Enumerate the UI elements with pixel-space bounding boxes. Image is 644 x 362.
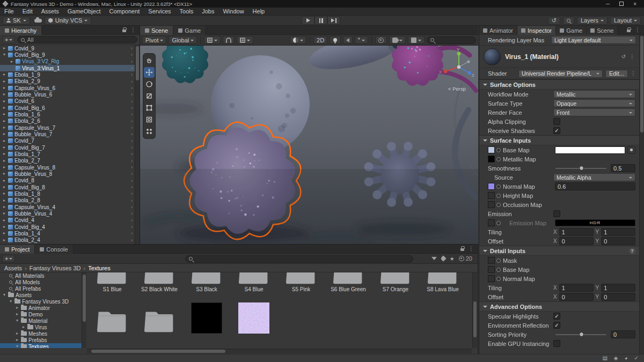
tree-item-prefabs[interactable]: ▸Prefabs [0, 337, 82, 343]
expand-caret[interactable]: ▸ [2, 112, 6, 116]
prefab-open-chevron[interactable]: › [131, 65, 133, 71]
menu-item-window[interactable]: Window [218, 8, 248, 16]
asset-s7-orange[interactable]: S7 Orange [378, 272, 413, 293]
tab-scene[interactable]: Scene [140, 26, 173, 35]
asset-s5-pink[interactable]: S5 Pink [283, 272, 319, 293]
asset-s1-blue[interactable]: S1 Blue [94, 272, 130, 293]
persp-label[interactable]: < Persp [448, 86, 466, 92]
axis-y-label[interactable]: Y [457, 47, 460, 52]
menu-item-help[interactable]: Help [248, 8, 269, 16]
color-picker-icon[interactable] [627, 146, 635, 154]
hidden-packages-indicator[interactable]: 20 [459, 255, 472, 262]
dropdown-workflow-mode[interactable]: Metallic [553, 90, 635, 98]
expand-caret[interactable]: ▸ [2, 205, 6, 209]
audio-toggle[interactable] [343, 36, 353, 44]
vcs-button[interactable]: Unity VCS [45, 17, 92, 25]
layout-dropdown[interactable]: Layout [610, 17, 641, 25]
expand-caret[interactable]: ▸ [2, 86, 6, 90]
transform-tool[interactable] [144, 114, 155, 125]
slider-thumb[interactable] [579, 332, 584, 337]
tree-item-all-models[interactable]: All Models [0, 279, 82, 285]
y-field[interactable]: 1 [601, 284, 635, 292]
expand-caret[interactable]: ▸ [15, 338, 19, 342]
prefab-open-chevron[interactable]: › [131, 112, 133, 117]
project-search-input[interactable] [185, 255, 413, 263]
texture-slot[interactable] [488, 146, 501, 153]
hierarchy-item-virus-3-virus-1[interactable]: Virus_3:Virus_1› [0, 65, 135, 71]
expand-caret[interactable]: ▸ [2, 139, 6, 143]
hierarchy-item-bubble-virus-8[interactable]: ▸Bubble_Virus_8› [0, 171, 135, 177]
checkbox-environment-reflection[interactable]: ✓ [553, 322, 560, 329]
expand-caret[interactable]: ▸ [2, 106, 6, 110]
tab-scene[interactable]: Scene [587, 26, 618, 35]
prefab-open-chevron[interactable]: › [131, 59, 133, 64]
texture-picker-icon[interactable] [496, 157, 501, 161]
hierarchy-item-capsule-virus-8[interactable]: ▸Capsule_Virus_8› [0, 164, 135, 171]
grid-visibility-dropdown[interactable] [204, 36, 221, 44]
move-tool[interactable] [144, 67, 155, 78]
checkbox-receive-shadows[interactable]: ✓ [553, 127, 560, 134]
view-tool[interactable] [144, 55, 155, 66]
expand-caret[interactable]: ▸ [2, 132, 6, 136]
prefab-open-chevron[interactable]: › [131, 158, 133, 164]
expand-caret[interactable]: ▸ [15, 312, 19, 316]
hierarchy-scrollbar[interactable] [135, 45, 140, 245]
expand-caret[interactable]: ▸ [2, 92, 6, 97]
expand-caret[interactable]: ▸ [2, 152, 6, 156]
asset-s3-black[interactable]: S3 Black [189, 272, 224, 293]
checkbox-enable-gpu-instancing[interactable] [553, 340, 560, 347]
texture-picker-icon[interactable] [496, 277, 501, 281]
hierarchy-item-covid-big-9[interactable]: ▾Covid_Big_9› [0, 51, 135, 58]
tree-item-textures[interactable]: ▾Textures [0, 343, 82, 348]
value-field[interactable]: 0 [611, 330, 635, 338]
hierarchy-item-bubble-virus-6[interactable]: ▸Bubble_Virus_6› [0, 91, 135, 98]
expand-caret[interactable]: ▸ [2, 72, 6, 77]
texture-slot[interactable] [488, 266, 501, 273]
texture-picker-icon[interactable] [496, 258, 501, 263]
tab-animator[interactable]: Animator [479, 26, 517, 35]
account-button[interactable]: SK [3, 17, 30, 25]
expand-caret[interactable]: ▸ [2, 179, 6, 183]
prefab-open-chevron[interactable]: › [131, 211, 133, 216]
axis-x-label[interactable]: X [439, 70, 442, 75]
expand-caret[interactable]: ▸ [10, 60, 14, 64]
tab-inspector[interactable]: Inspector [517, 26, 556, 35]
expand-caret[interactable]: ▸ [2, 165, 6, 169]
expand-caret[interactable]: ▸ [2, 218, 6, 223]
hierarchy-item-ebola-1-6[interactable]: ▸Ebola_1_6› [0, 111, 135, 117]
hierarchy-item-ebola-2-4[interactable]: ▸Ebola_2_4› [0, 237, 135, 243]
texture-slot[interactable] [488, 275, 501, 282]
prefab-open-chevron[interactable]: › [131, 198, 133, 203]
texture-picker-icon[interactable] [496, 268, 501, 272]
section-header-detail-inputs[interactable]: Detail Inputs? [479, 246, 639, 256]
prefab-open-chevron[interactable]: › [131, 171, 133, 176]
expand-caret[interactable]: ▸ [2, 125, 6, 130]
expand-caret[interactable]: ▸ [2, 159, 6, 163]
prefab-open-chevron[interactable]: › [131, 79, 133, 84]
hierarchy-item-bubble-virus-7[interactable]: ▸Bubble_Virus_7› [0, 131, 135, 137]
x-field[interactable]: 0 [559, 237, 594, 245]
prefab-open-chevron[interactable]: › [131, 184, 133, 190]
texture-slot[interactable] [488, 201, 501, 208]
pause-button[interactable] [314, 16, 327, 25]
expand-caret[interactable]: ▸ [21, 325, 26, 329]
asset-s4-blue[interactable]: S4 Blue [236, 272, 272, 293]
grid-snap-dropdown[interactable] [237, 36, 253, 44]
lighting-toggle[interactable] [330, 36, 341, 44]
prefab-open-chevron[interactable]: › [131, 119, 133, 124]
tree-scrollbar[interactable] [82, 272, 86, 348]
tree-item-demo[interactable]: ▸Demo [0, 311, 82, 317]
hierarchy-item-virus-3-v2-rig[interactable]: ▸Virus_3:V2_Rig› [0, 58, 135, 65]
hierarchy-search-input[interactable]: All [17, 36, 137, 43]
maximize-button[interactable] [619, 2, 624, 6]
y-field[interactable]: 1 [601, 228, 635, 236]
hierarchy-item-capsule-virus-4[interactable]: ▸Capsule_Virus_4› [0, 204, 135, 210]
checkbox-emission[interactable] [553, 210, 560, 217]
section-header-advanced-options[interactable]: Advanced Options [479, 301, 639, 312]
prefab-open-chevron[interactable]: › [131, 238, 133, 243]
prefab-open-chevron[interactable]: › [131, 151, 133, 157]
tree-item-virus[interactable]: ▸Virus [0, 324, 82, 330]
expand-caret[interactable]: ▾ [2, 53, 6, 57]
hierarchy-item-covid-8[interactable]: ▸Covid_8› [0, 178, 135, 184]
expand-caret[interactable]: ▸ [2, 231, 6, 235]
